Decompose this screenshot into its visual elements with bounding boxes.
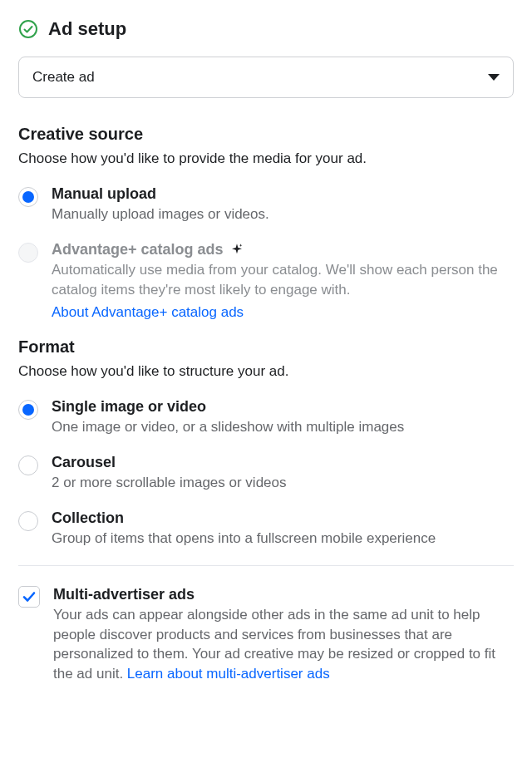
radio-advantage-catalog — [18, 243, 38, 263]
option-single-image-video[interactable]: Single image or video One image or video… — [18, 398, 514, 437]
option-desc: Your ads can appear alongside other ads … — [53, 605, 514, 684]
sparkle-icon — [230, 243, 244, 256]
option-desc: 2 or more scrollable images or videos — [52, 473, 514, 493]
option-desc: Automatically use media from your catalo… — [52, 260, 514, 300]
option-title-text: Advantage+ catalog ads — [52, 241, 224, 258]
option-multi-advertiser[interactable]: Multi-advertiser ads Your ads can appear… — [18, 586, 514, 684]
option-content: Advantage+ catalog ads Automatically use… — [52, 241, 514, 322]
option-desc: One image or video, or a slideshow with … — [52, 417, 514, 437]
option-title: Manual upload — [52, 185, 156, 203]
option-title: Collection — [52, 509, 124, 527]
learn-multi-advertiser-link[interactable]: Learn about multi-advertiser ads — [127, 666, 330, 682]
option-title: Carousel — [52, 454, 116, 471]
creative-source-title: Creative source — [18, 125, 514, 144]
divider — [18, 565, 514, 566]
chevron-down-icon — [488, 74, 500, 81]
option-content: Collection Group of items that opens int… — [52, 509, 514, 549]
check-circle-icon — [18, 19, 38, 39]
option-content: Multi-advertiser ads Your ads can appear… — [53, 586, 514, 684]
radio-manual-upload[interactable] — [18, 187, 38, 207]
radio-single[interactable] — [18, 400, 38, 420]
checkbox-multi-advertiser[interactable] — [18, 586, 40, 608]
option-manual-upload[interactable]: Manual upload Manually upload images or … — [18, 185, 514, 224]
svg-point-0 — [20, 21, 37, 37]
option-collection[interactable]: Collection Group of items that opens int… — [18, 509, 514, 549]
option-desc: Manually upload images or videos. — [52, 204, 514, 224]
option-content: Manual upload Manually upload images or … — [52, 185, 514, 224]
option-title: Advantage+ catalog ads — [52, 241, 244, 258]
option-advantage-catalog: Advantage+ catalog ads Automatically use… — [18, 241, 514, 322]
option-carousel[interactable]: Carousel 2 or more scrollable images or … — [18, 454, 514, 493]
ad-setup-dropdown[interactable]: Create ad — [18, 57, 514, 98]
option-title: Single image or video — [52, 398, 206, 416]
option-title: Multi-advertiser ads — [53, 586, 195, 603]
option-content: Carousel 2 or more scrollable images or … — [52, 454, 514, 493]
page-title: Ad setup — [48, 18, 126, 40]
creative-source-subtitle: Choose how you'd like to provide the med… — [18, 150, 514, 167]
option-desc: Group of items that opens into a fullscr… — [52, 529, 514, 549]
radio-collection[interactable] — [18, 511, 38, 531]
header: Ad setup — [18, 18, 514, 40]
about-advantage-link[interactable]: About Advantage+ catalog ads — [52, 304, 244, 321]
radio-carousel[interactable] — [18, 455, 38, 475]
format-subtitle: Choose how you'd like to structure your … — [18, 363, 514, 380]
dropdown-label: Create ad — [32, 69, 95, 86]
option-content: Single image or video One image or video… — [52, 398, 514, 437]
format-title: Format — [18, 337, 514, 357]
